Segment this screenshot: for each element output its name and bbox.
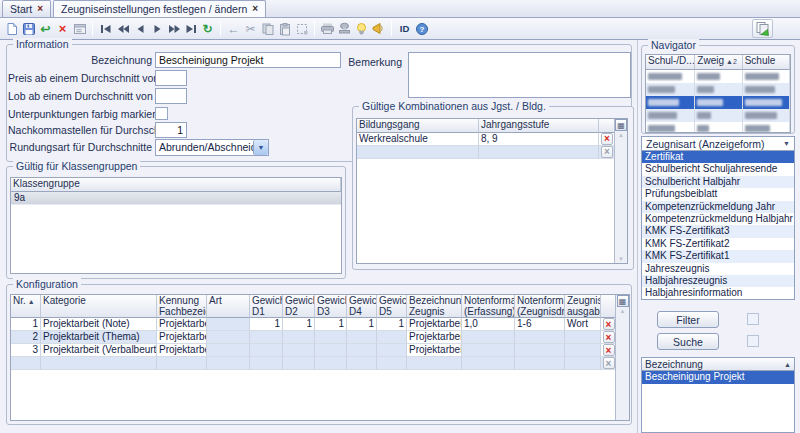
suche-checkbox[interactable] [747, 335, 759, 347]
chevron-down-icon[interactable]: ▼ [253, 140, 268, 155]
nav-first-button[interactable] [97, 19, 114, 38]
cell-redacted [695, 83, 742, 96]
table-row-redacted[interactable] [646, 70, 790, 83]
zeugnisart-header[interactable]: Zeugnisart (Anzeigeform) ▼ [642, 137, 794, 151]
delete-row-button[interactable]: × [603, 331, 615, 343]
panel-splitter[interactable] [637, 40, 638, 433]
column-header[interactable]: Notenformat (Erfassung) [462, 295, 515, 318]
bemerkung-textarea[interactable] [408, 52, 631, 98]
delete-row-button[interactable]: × [603, 344, 615, 356]
form-properties-button[interactable] [71, 19, 88, 38]
print-button[interactable] [319, 19, 336, 38]
unterpunktungen-checkbox[interactable] [155, 107, 168, 120]
column-chooser-icon[interactable]: ▦ [615, 119, 627, 131]
delete-row-button[interactable]: × [603, 318, 615, 330]
suche-button[interactable]: Suche [657, 333, 719, 350]
zeugnisart-item[interactable]: Halbjahreszeugnis [642, 275, 794, 287]
column-header[interactable]: Klassengruppe [11, 178, 341, 192]
column-header[interactable]: Zweig▲2 [695, 55, 742, 70]
tab-close-icon[interactable]: × [37, 4, 43, 14]
zeugnisart-item[interactable]: Schulbericht Halbjahr [642, 176, 794, 188]
zeugnisart-item[interactable]: Jahreszeugnis [642, 263, 794, 275]
undo-button[interactable]: ↩ [37, 19, 54, 38]
zeugnisart-item[interactable]: Halbjahresinformation [642, 287, 794, 299]
grid-scrollbar[interactable]: ▦▲ [615, 295, 629, 420]
table-row[interactable]: × [357, 146, 627, 159]
tab-start[interactable]: Start× [2, 0, 51, 17]
delete-row-button[interactable]: × [601, 133, 613, 145]
nav-back-button[interactable] [131, 19, 148, 38]
table-row[interactable]: Werkrealschule8, 9× [357, 133, 627, 146]
redacted-text [745, 99, 782, 106]
zeugnisart-item[interactable]: Zertifikat [642, 151, 794, 163]
table-row-redacted[interactable] [646, 122, 790, 134]
column-header[interactable]: Art [207, 295, 250, 318]
column-header[interactable]: Zeugnis- ausgabe [565, 295, 601, 318]
stamp-button[interactable] [336, 19, 353, 38]
column-header[interactable]: Nr.▲ [11, 295, 41, 318]
table-row-redacted[interactable] [646, 109, 790, 122]
column-header[interactable]: Gewicht D1 [250, 295, 283, 318]
nav-last-button[interactable] [182, 19, 199, 38]
zeugnisart-item[interactable]: Prüfungsbeiblatt [642, 188, 794, 200]
table-row[interactable]: 3Projektarbeit (Verbalbeurteilung)Projek… [11, 344, 629, 357]
filter-button[interactable]: Filter [657, 311, 719, 328]
filter-checkbox[interactable] [747, 313, 759, 325]
bezeichnung-input[interactable] [155, 52, 341, 68]
paste-button[interactable] [276, 19, 293, 38]
table-row-redacted[interactable] [646, 96, 790, 109]
column-header[interactable]: Notenformat (Zeugnisdruck) [515, 295, 565, 318]
column-header[interactable]: Bezeichnung Zeugnis [407, 295, 462, 318]
selection-button[interactable] [293, 19, 310, 38]
arrow-left-button[interactable]: ← [225, 19, 242, 38]
grid-scrollbar[interactable]: ▦▲▼ [614, 119, 627, 263]
tab-zeugniseinstellungen[interactable]: Zeugniseinstellungen festlegen / ändern× [53, 0, 266, 17]
zeugnisart-item[interactable]: Kompetenzrückmeldung Jahr [642, 201, 794, 213]
column-header[interactable]: Gewicht D5 [377, 295, 407, 318]
help-button[interactable]: ? [413, 19, 430, 38]
export-button[interactable] [752, 19, 773, 38]
preis-input[interactable] [155, 70, 187, 86]
table-row[interactable]: 9a [11, 192, 341, 205]
column-header[interactable]: Gewicht D2 [283, 295, 315, 318]
column-header[interactable]: Gewicht D3 [315, 295, 347, 318]
tab-close-icon[interactable]: × [252, 4, 258, 14]
table-row[interactable]: 2Projektarbeit (Thema)Projektarbei...Pro… [11, 331, 629, 344]
megaphone-button[interactable] [370, 19, 387, 38]
zeugnisart-item[interactable]: Schulbericht Schuljahresende [642, 163, 794, 175]
table-row[interactable]: 1Projektarbeit (Note)Projektarbei...1111… [11, 318, 629, 331]
column-header[interactable]: Kennung Fachbezeichnu [157, 295, 207, 318]
refresh-button[interactable]: ↻ [199, 19, 216, 38]
nav-fast-forward-button[interactable] [165, 19, 182, 38]
scroll-down-icon[interactable]: ▼ [618, 255, 624, 263]
zeugnisart-item[interactable]: KMK FS-Zertifikat3 [642, 225, 794, 237]
delete-button[interactable]: × [54, 19, 71, 38]
zeugnisart-item[interactable]: Kompetenzrückmeldung Halbjahr [642, 213, 794, 225]
scroll-up-icon[interactable]: ▲ [620, 307, 626, 315]
id-button[interactable]: ID [396, 19, 413, 38]
column-header[interactable]: Kategorie [41, 295, 157, 318]
column-header[interactable]: Schul-/D...▲1 [646, 55, 695, 70]
zeugnisart-item[interactable]: KMK FS-Zertifikat1 [642, 250, 794, 262]
column-chooser-icon[interactable]: ▦ [617, 295, 629, 307]
lob-input[interactable] [155, 88, 187, 104]
table-row-redacted[interactable] [646, 83, 790, 96]
rundungsart-select[interactable]: Abrunden/Abschneiden▼ [155, 139, 269, 156]
zeugnisart-item[interactable]: KMK FS-Zertifikat2 [642, 238, 794, 250]
scroll-up-icon[interactable]: ▲ [618, 131, 624, 139]
column-header[interactable]: Bildungsgang [357, 119, 479, 133]
column-header[interactable]: Gewicht D4 [347, 295, 377, 318]
new-document-button[interactable] [3, 19, 20, 38]
nav-fast-back-button[interactable] [114, 19, 131, 38]
nav-forward-button[interactable] [148, 19, 165, 38]
nachkommastellen-input[interactable] [155, 122, 187, 138]
ergebnis-header[interactable]: Bezeichnung ▲ [642, 358, 794, 371]
column-header[interactable]: Jahrgangsstufe [479, 119, 599, 133]
table-row[interactable]: Bescheinigung Projekt [642, 371, 794, 384]
table-row[interactable]: × [11, 357, 629, 370]
cut-button[interactable]: ✂ [242, 19, 259, 38]
save-button[interactable] [20, 19, 37, 38]
lightbulb-button[interactable] [353, 19, 370, 38]
copy-button[interactable] [259, 19, 276, 38]
column-header[interactable]: Schule [743, 55, 790, 70]
